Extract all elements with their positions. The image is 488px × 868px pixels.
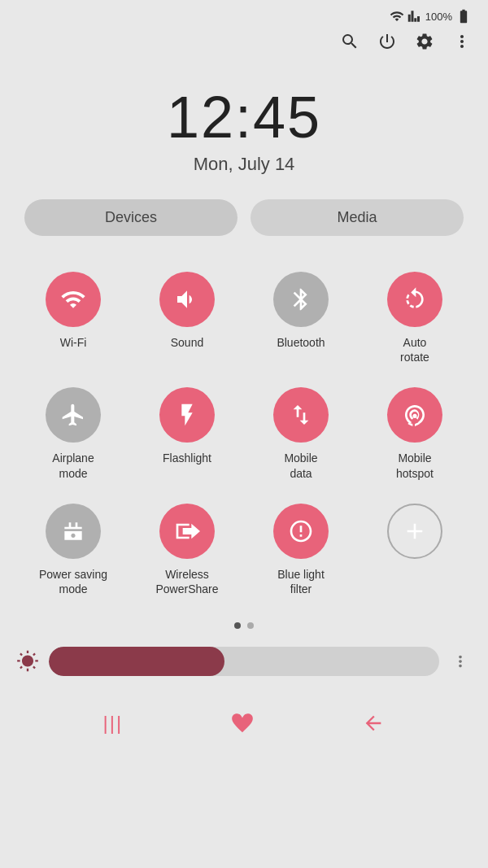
- qs-sound[interactable]: Sound: [130, 260, 244, 376]
- qs-mobile-data[interactable]: Mobile data: [244, 376, 358, 491]
- qs-wifi[interactable]: Wi-Fi: [16, 260, 130, 376]
- page-dot-1[interactable]: [234, 622, 241, 629]
- qs-powershare-label: Wireless PowerShare: [155, 567, 218, 596]
- qs-autorotate-icon: [387, 272, 442, 327]
- recents-button[interactable]: |||: [103, 712, 124, 735]
- qs-powershare-icon: [159, 504, 215, 559]
- tabs-row: Devices Media: [0, 199, 488, 252]
- signal-icon: [407, 9, 422, 24]
- qs-bluetooth[interactable]: Bluetooth: [244, 260, 358, 376]
- qs-mobile-data-label: Mobile data: [284, 451, 317, 480]
- more-options-button[interactable]: [452, 32, 472, 51]
- page-dots: [0, 616, 488, 639]
- qs-powersaving-icon: [46, 504, 101, 559]
- search-button[interactable]: [340, 32, 359, 51]
- top-controls: [0, 28, 488, 59]
- qs-add[interactable]: [358, 492, 472, 608]
- page-dot-2[interactable]: [247, 622, 254, 629]
- clock-area: 12:45 Mon, July 14: [0, 59, 488, 199]
- qs-wifi-icon: [46, 272, 101, 327]
- qs-bluetooth-label: Bluetooth: [277, 335, 325, 350]
- settings-button[interactable]: [415, 32, 434, 51]
- brightness-track[interactable]: [49, 647, 439, 676]
- qs-airplane-label: Airplane mode: [52, 451, 94, 480]
- status-bar: 100%: [0, 0, 488, 28]
- qs-bluelight-icon: [273, 504, 329, 559]
- qs-autorotate-label: Auto rotate: [400, 335, 429, 364]
- qs-hotspot-icon: [387, 387, 442, 443]
- qs-powersaving-label: Power saving mode: [39, 567, 107, 596]
- qs-flashlight-icon: [159, 387, 215, 443]
- tab-devices[interactable]: Devices: [24, 199, 237, 236]
- qs-bluelight[interactable]: Blue light filter: [244, 492, 358, 608]
- brightness-icon: [16, 650, 39, 673]
- qs-wifi-label: Wi-Fi: [60, 335, 87, 350]
- clock-date: Mon, July 14: [194, 154, 295, 175]
- brightness-fill: [49, 647, 224, 676]
- qs-add-icon: [387, 504, 442, 559]
- qs-hotspot-label: Mobile hotspot: [396, 451, 434, 480]
- qs-flashlight-label: Flashlight: [163, 451, 211, 465]
- qs-airplane[interactable]: Airplane mode: [16, 376, 130, 491]
- qs-airplane-icon: [46, 387, 101, 443]
- qs-powersaving[interactable]: Power saving mode: [16, 492, 130, 608]
- power-button[interactable]: [377, 32, 397, 51]
- wifi-status-icon: [390, 9, 404, 24]
- quick-settings-grid: Wi-Fi Sound Bluetooth Auto rotate Airpla…: [0, 252, 488, 616]
- bottom-nav: |||: [0, 692, 488, 743]
- status-icons: 100%: [390, 8, 472, 24]
- clock-time: 12:45: [167, 84, 321, 150]
- qs-mobile-data-icon: [273, 387, 329, 443]
- qs-bluetooth-icon: [273, 272, 329, 327]
- qs-bluelight-label: Blue light filter: [277, 567, 325, 596]
- qs-sound-label: Sound: [171, 335, 203, 350]
- qs-powershare[interactable]: Wireless PowerShare: [130, 492, 244, 608]
- brightness-more-button[interactable]: [449, 650, 472, 673]
- qs-hotspot[interactable]: Mobile hotspot: [358, 376, 472, 491]
- home-button[interactable]: [231, 712, 254, 735]
- battery-icon: [455, 8, 472, 24]
- tab-media[interactable]: Media: [251, 199, 464, 236]
- back-button[interactable]: [362, 712, 385, 735]
- qs-autorotate[interactable]: Auto rotate: [358, 260, 472, 376]
- qs-sound-icon: [159, 272, 215, 327]
- brightness-row: [0, 639, 488, 684]
- battery-text: 100%: [425, 11, 452, 23]
- qs-flashlight[interactable]: Flashlight: [130, 376, 244, 491]
